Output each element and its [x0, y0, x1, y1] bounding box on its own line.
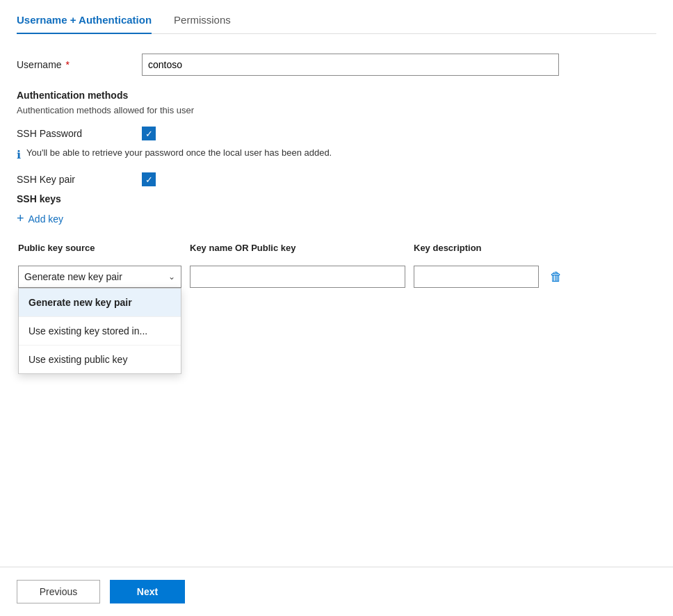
previous-button[interactable]: Previous: [17, 580, 100, 603]
ssh-keys-heading: SSH keys: [17, 193, 656, 204]
tab-username-auth[interactable]: Username + Authentication: [17, 14, 152, 34]
add-key-label: Add key: [29, 213, 64, 225]
public-key-source-dropdown[interactable]: Generate new key pair ⌄: [18, 266, 181, 288]
tab-bar: Username + Authentication Permissions: [17, 14, 656, 34]
info-text: You'll be able to retrieve your password…: [26, 147, 332, 158]
auth-methods-heading: Authentication methods: [17, 90, 656, 101]
ssh-password-checkmark: ✓: [145, 129, 153, 138]
auth-methods-subtext: Authentication methods allowed for this …: [17, 105, 656, 115]
delete-icon: 🗑: [550, 270, 562, 284]
ssh-password-checkbox[interactable]: ✓: [142, 127, 156, 140]
keyname-input[interactable]: [190, 266, 405, 288]
required-indicator: *: [63, 59, 70, 70]
delete-row-button[interactable]: 🗑: [547, 267, 565, 287]
next-button[interactable]: Next: [110, 580, 185, 603]
dropdown-option-existing-stored[interactable]: Use existing key stored in...: [19, 317, 181, 346]
ssh-password-row: SSH Password ✓: [17, 127, 656, 140]
description-input[interactable]: [414, 266, 539, 288]
public-key-source-dropdown-wrapper: Generate new key pair ⌄ Generate new key…: [18, 266, 181, 288]
dropdown-option-existing-public[interactable]: Use existing public key: [19, 346, 181, 373]
col-header-description: Key description: [414, 243, 655, 253]
ssh-keypair-label: SSH Key pair: [17, 174, 142, 185]
add-key-button[interactable]: + Add key: [17, 209, 63, 229]
info-icon: ℹ: [17, 148, 21, 161]
table-row: Generate new key pair ⌄ Generate new key…: [17, 260, 656, 293]
col-header-keyname: Key name OR Public key: [190, 243, 405, 253]
dropdown-menu: Generate new key pair Use existing key s…: [18, 288, 181, 374]
chevron-down-icon: ⌄: [168, 272, 175, 282]
username-input[interactable]: [142, 54, 559, 76]
info-row: ℹ You'll be able to retrieve your passwo…: [17, 147, 656, 161]
tab-permissions[interactable]: Permissions: [174, 14, 231, 34]
ssh-keypair-checkmark: ✓: [145, 175, 153, 184]
bottom-bar: Previous Next: [0, 567, 673, 616]
dropdown-selected-value: Generate new key pair: [24, 271, 122, 282]
dropdown-option-generate[interactable]: Generate new key pair: [19, 289, 181, 317]
ssh-password-label: SSH Password: [17, 128, 142, 139]
username-label: Username *: [17, 59, 142, 70]
ssh-keys-section: SSH keys + Add key Public key source Key…: [17, 193, 656, 293]
username-row: Username *: [17, 54, 656, 76]
plus-icon: +: [17, 211, 24, 226]
table-headers: Public key source Key name OR Public key…: [17, 243, 656, 253]
ssh-keypair-row: SSH Key pair ✓: [17, 172, 656, 186]
ssh-keypair-checkbox[interactable]: ✓: [142, 172, 156, 186]
col-header-source: Public key source: [18, 243, 181, 253]
